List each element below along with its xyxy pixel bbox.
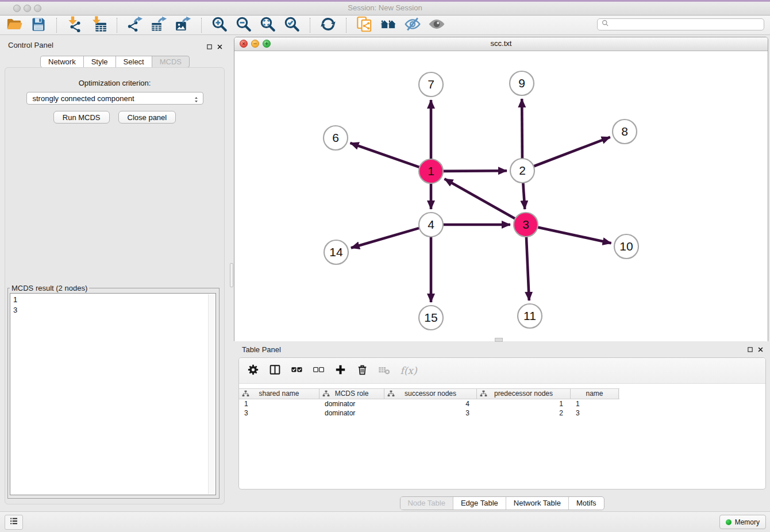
memory-button[interactable]: Memory [719,515,766,529]
column-header-predecessor-nodes[interactable]: predecessor nodes [477,389,571,399]
tab-network-table[interactable]: Network Table [506,497,568,510]
tab-network[interactable]: Network [40,56,84,68]
graph-node-14[interactable]: 14 [324,240,348,264]
tab-select[interactable]: Select [116,56,152,68]
gear-icon [247,364,259,378]
panel-splitter-handle[interactable] [230,263,233,287]
criterion-value: strongly connected component [33,94,134,103]
minimize-window-button[interactable] [24,5,31,12]
run-mcds-button[interactable]: Run MCDS [53,111,110,124]
close-panel-icon[interactable] [217,42,223,52]
export-network-button[interactable] [125,16,145,34]
save-session-button[interactable] [28,16,49,34]
new-network-from-selection-button[interactable] [354,16,375,34]
first-neighbors-button[interactable] [378,16,399,34]
graph-node-10[interactable]: 10 [614,234,638,259]
network-window-titlebar[interactable]: scc.txt [234,37,768,51]
graph-node-6[interactable]: 6 [324,126,348,150]
hide-selected-button[interactable] [402,16,423,34]
column-header-MCDS-role[interactable]: MCDS role [319,389,384,399]
cell-successor-nodes[interactable]: 4 [384,399,477,408]
table-row[interactable]: 1dominator411 [239,399,765,408]
graph-node-11[interactable]: 11 [518,304,542,328]
cell-MCDS-role[interactable]: dominator [319,408,384,418]
tab-node-table[interactable]: Node Table [400,497,453,510]
close-network-button[interactable] [240,40,248,48]
close-panel-button[interactable]: Close panel [118,111,176,124]
delete-table-button [377,364,391,377]
graph-node-7[interactable]: 7 [419,72,443,97]
criterion-select[interactable]: strongly connected component [26,92,203,105]
column-header-shared-name[interactable]: shared name [239,389,319,399]
minimize-network-button[interactable] [251,40,259,48]
export-table-button[interactable] [149,16,170,34]
zoom-in-button[interactable] [209,16,230,34]
cell-name[interactable]: 1 [571,399,619,408]
graph-node-15[interactable]: 15 [419,306,443,330]
graph-node-1[interactable]: 1 [419,159,443,183]
cell-MCDS-role[interactable]: dominator [319,399,384,408]
table-x-icon [378,364,390,378]
graph-edge-2-8[interactable] [534,137,610,167]
graph-edge-1-6[interactable] [351,143,420,167]
search-field[interactable] [597,18,764,30]
graph-edge-2-9[interactable] [522,99,522,159]
hide-all-columns-button[interactable] [311,364,325,377]
column-header-name[interactable]: name [571,389,619,399]
open-session-button[interactable] [4,16,25,34]
zoom-selected-button[interactable] [282,16,302,34]
maximize-window-button[interactable] [34,5,41,12]
cell-shared-name[interactable]: 1 [239,399,319,408]
graph-node-9[interactable]: 9 [510,71,534,95]
apply-layout-button[interactable] [318,16,338,34]
cell-predecessor-nodes[interactable]: 2 [477,408,571,418]
shared-column-icon [480,390,487,400]
cell-predecessor-nodes[interactable]: 1 [477,399,571,408]
create-column-button[interactable] [333,364,347,377]
graph-node-2[interactable]: 2 [510,159,534,183]
graph-edge-2-3[interactable] [523,183,525,209]
table-row[interactable]: 3dominator323 [239,408,765,418]
table-tabs: Node TableEdge TableNetwork TableMotifs [399,496,604,510]
result-scrollbar[interactable] [208,294,215,494]
zoom-fit-button[interactable] [257,16,278,34]
graph-edge-3-1[interactable] [445,179,515,218]
shared-column-icon [387,390,395,400]
tab-mcds[interactable]: MCDS [152,56,190,68]
graph-node-4[interactable]: 4 [419,213,443,237]
control-panel: Control Panel NetworkStyleSelectMCDS Opt… [0,35,230,511]
show-all-button[interactable] [426,16,447,34]
task-history-button[interactable] [5,515,23,530]
column-settings-button[interactable] [246,364,260,377]
export-network-icon [127,16,143,34]
tab-motifs[interactable]: Motifs [568,497,604,510]
graph-edge-3-10[interactable] [538,228,611,244]
export-image-button[interactable] [173,16,194,34]
graph-edge-3-11[interactable] [526,237,529,300]
search-input[interactable] [610,19,764,30]
float-table-panel-icon[interactable] [747,345,753,355]
cell-name[interactable]: 3 [571,408,619,418]
import-table-button[interactable] [88,16,109,34]
close-table-panel-icon[interactable] [757,345,764,355]
graph-node-8[interactable]: 8 [613,119,637,144]
maximize-network-button[interactable] [263,40,271,48]
split-panel-button[interactable] [268,364,282,377]
network-canvas[interactable]: 7968124314101511 [234,51,768,341]
main-area: Control Panel NetworkStyleSelectMCDS Opt… [0,35,770,511]
mcds-result-list[interactable]: 13 [10,293,216,495]
tab-edge-table[interactable]: Edge Table [453,497,506,510]
show-all-columns-button[interactable] [290,364,303,377]
graph-edge-1-2[interactable] [443,171,507,171]
import-network-button[interactable] [64,16,85,34]
cell-shared-name[interactable]: 3 [239,408,319,418]
tab-style[interactable]: Style [83,56,116,68]
zoom-out-button[interactable] [233,16,254,34]
float-panel-icon[interactable] [206,42,213,52]
close-window-button[interactable] [13,5,21,12]
delete-column-button[interactable] [355,364,369,377]
column-header-successor-nodes[interactable]: successor nodes [384,389,477,399]
graph-node-3[interactable]: 3 [514,213,538,237]
graph-edge-4-14[interactable] [351,228,419,248]
cell-successor-nodes[interactable]: 3 [384,408,477,418]
